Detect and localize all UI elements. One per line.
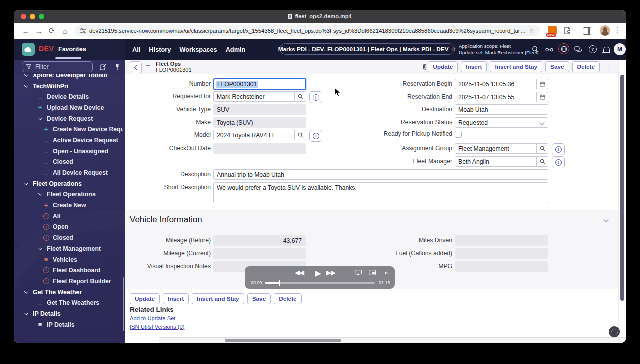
- fleet-manager-field[interactable]: Beth Anglin: [455, 156, 548, 167]
- requested-for-preview-button[interactable]: i: [310, 92, 322, 104]
- seek-bar[interactable]: [265, 282, 375, 284]
- lookup-search-icon[interactable]: [536, 157, 548, 166]
- traffic-lights[interactable]: [21, 14, 44, 20]
- play-icon[interactable]: ▶: [316, 269, 321, 278]
- filter-input[interactable]: [34, 63, 82, 71]
- calendar-icon[interactable]: [536, 92, 548, 102]
- sidebar-item[interactable]: IP Details: [14, 320, 124, 330]
- impersonate-glasses-icon[interactable]: [544, 44, 556, 56]
- home-icon[interactable]: ⌂: [59, 23, 71, 39]
- sidebar-item[interactable]: Open: [14, 222, 124, 233]
- lookup-search-icon[interactable]: [536, 144, 548, 154]
- edit-navigator-icon[interactable]: [100, 64, 107, 70]
- browser-profile-avatar[interactable]: [600, 26, 610, 36]
- fast-forward-icon[interactable]: ▶▶: [326, 269, 336, 276]
- help-icon[interactable]: ?: [587, 44, 599, 56]
- sidebar-scrollbar[interactable]: [123, 278, 124, 332]
- notifications-bell-icon[interactable]: [600, 44, 612, 56]
- tab-favorites[interactable]: Favorites: [58, 46, 86, 53]
- model-preview-button[interactable]: i: [310, 130, 322, 142]
- extensions-icon[interactable]: [564, 27, 572, 34]
- lookup-search-icon[interactable]: [294, 92, 306, 102]
- site-settings-icon[interactable]: [80, 28, 86, 34]
- footer-button[interactable]: Delete: [274, 294, 302, 304]
- sidebar-item[interactable]: Get The Weather: [14, 287, 124, 298]
- sidebar-item[interactable]: Fleet Operations: [14, 178, 124, 190]
- sidebar-item[interactable]: Closed: [14, 232, 124, 244]
- footer-button[interactable]: Save: [248, 294, 272, 304]
- sidebar-item[interactable]: Xplore: Developer Toolkit: [14, 74, 124, 81]
- minimize-window-button[interactable]: [30, 14, 36, 20]
- footer-button[interactable]: Update: [130, 294, 160, 304]
- header-menu-item[interactable]: History: [149, 46, 171, 54]
- header-menu-item[interactable]: Admin: [226, 46, 246, 54]
- form-context-menu-icon[interactable]: ≡: [146, 63, 150, 71]
- number-field[interactable]: FLOP0001301: [214, 78, 306, 90]
- zoom-window-button[interactable]: [39, 14, 44, 20]
- horizontal-scrollbar[interactable]: [159, 338, 626, 343]
- footer-button[interactable]: Insert: [163, 294, 189, 304]
- sidebar-item[interactable]: Fleet Management: [14, 244, 124, 254]
- short-description-textarea[interactable]: We would prefer a Toyota SUV is availabl…: [214, 182, 548, 204]
- rewind-icon[interactable]: ◀◀: [295, 269, 304, 276]
- vertical-scrollbar[interactable]: [618, 60, 626, 338]
- reload-icon[interactable]: ⟳: [46, 23, 58, 39]
- sidebar-item[interactable]: All Device Request: [14, 168, 124, 178]
- address-bar[interactable]: dev215195.service-now.com/now/nav/ui/cla…: [75, 25, 540, 36]
- user-avatar[interactable]: M: [614, 44, 626, 56]
- sidebar-item[interactable]: Create New: [14, 200, 124, 211]
- forward-icon[interactable]: →: [33, 23, 45, 39]
- sidebar-item[interactable]: Open - Unassigned: [14, 146, 124, 157]
- sidebar-item[interactable]: Fleet Operations: [14, 190, 124, 200]
- ready-for-pickup-checkbox[interactable]: [455, 131, 462, 138]
- side-panel-icon[interactable]: [583, 28, 592, 35]
- chat-icon[interactable]: [572, 44, 584, 56]
- form-header-button[interactable]: Save: [546, 62, 570, 72]
- globe-icon[interactable]: [558, 44, 570, 54]
- bookmark-star-icon[interactable]: ☆: [529, 27, 535, 34]
- requested-for-field[interactable]: Mark Rechsteiner: [214, 92, 306, 102]
- sn-utils-button[interactable]: [609, 326, 620, 338]
- back-icon[interactable]: ←: [20, 23, 32, 39]
- reservation-begin-field[interactable]: 2025-11-05 13:05:36: [455, 79, 548, 90]
- reservation-status-select[interactable]: Requested: [455, 118, 548, 128]
- form-header-button[interactable]: Update: [428, 62, 458, 72]
- more-controls-icon[interactable]: »: [384, 269, 388, 276]
- seek-knob[interactable]: [279, 280, 280, 286]
- form-header-button[interactable]: Insert: [461, 62, 487, 72]
- sidebar-item[interactable]: Device Details: [14, 92, 124, 102]
- header-menu-item[interactable]: All: [132, 46, 140, 54]
- extension-new-icon[interactable]: NEW: [548, 26, 557, 35]
- fleet-manager-preview-button[interactable]: i: [552, 156, 565, 168]
- sidebar-item[interactable]: IP Details: [14, 308, 124, 320]
- video-player-controls[interactable]: ◀◀ ▶ ▶▶ » 00:09 01:15: [245, 266, 395, 289]
- assignment-group-preview-button[interactable]: i: [552, 144, 565, 156]
- related-link[interactable]: [SN Utils] Versions (0): [130, 324, 184, 330]
- reservation-end-field[interactable]: 2025-11-07 13:05:55: [455, 92, 548, 102]
- picture-in-picture-icon[interactable]: [369, 270, 376, 276]
- form-header-button[interactable]: Delete: [572, 62, 600, 72]
- sidebar-item[interactable]: Closed: [14, 157, 124, 168]
- sidebar-item[interactable]: Create New Device Request: [14, 124, 124, 135]
- header-menu-item[interactable]: Workspaces: [180, 46, 217, 54]
- sidebar-item[interactable]: Vehicles: [14, 254, 124, 266]
- destination-field[interactable]: Moab Utah: [455, 104, 548, 115]
- collapse-section-chevron-icon[interactable]: [604, 218, 609, 222]
- calendar-icon[interactable]: [536, 80, 548, 89]
- filter-input-wrap[interactable]: [22, 62, 93, 72]
- sidebar-item[interactable]: Fleet Report Builder: [14, 276, 124, 287]
- favorite-star-icon[interactable]: ☆: [452, 46, 457, 53]
- url-text[interactable]: dev215195.service-now.com/now/nav/ui/cla…: [90, 28, 526, 34]
- browser-menu-icon[interactable]: ⋮: [614, 26, 621, 34]
- search-icon[interactable]: [530, 44, 542, 56]
- horizontal-scrollbar-thumb[interactable]: [225, 339, 342, 342]
- sidebar-item[interactable]: TechWithPri: [14, 81, 124, 92]
- related-link[interactable]: Add to Update Set: [130, 316, 184, 322]
- sidebar-item[interactable]: Fleet Dashboard: [14, 265, 124, 276]
- pin-sidebar-icon[interactable]: [114, 64, 120, 70]
- instance-logo[interactable]: [22, 43, 35, 56]
- vertical-scrollbar-thumb[interactable]: [620, 75, 624, 301]
- sidebar-item[interactable]: Get The Weathers: [14, 298, 124, 308]
- sidebar-item[interactable]: All: [14, 211, 124, 222]
- close-window-button[interactable]: [21, 14, 26, 20]
